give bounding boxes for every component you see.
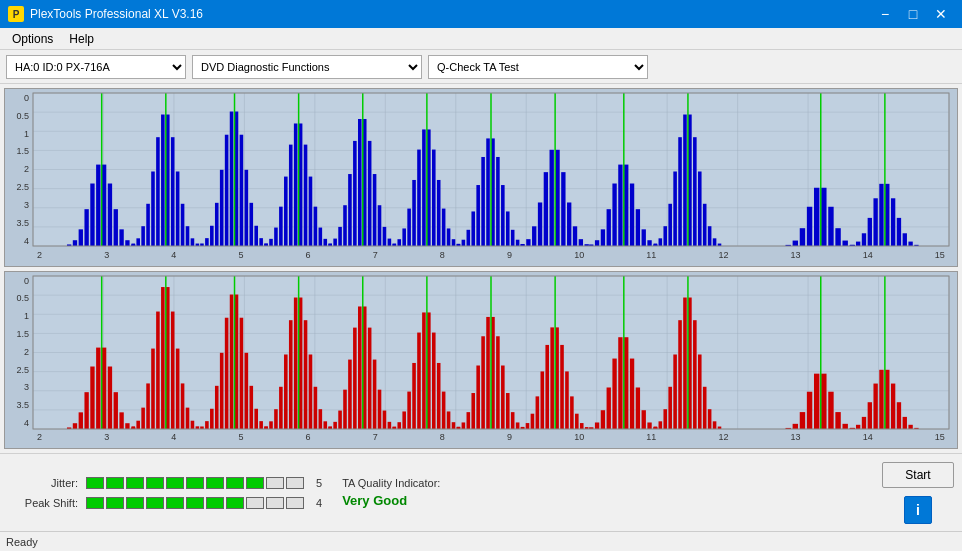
led-segment <box>206 497 224 509</box>
chart-top-x-axis: 2 3 4 5 6 7 8 9 10 11 12 13 14 15 <box>33 246 949 264</box>
jitter-label: Jitter: <box>8 477 78 489</box>
status-bar: Ready <box>0 531 962 551</box>
jitter-led-bar <box>86 477 304 489</box>
minimize-button[interactable]: − <box>872 4 898 24</box>
led-segment <box>246 477 264 489</box>
bottom-chart-canvas <box>5 272 957 449</box>
ta-section: TA Quality Indicator: Very Good <box>342 477 440 508</box>
info-button[interactable]: i <box>904 496 932 524</box>
app-icon: P <box>8 6 24 22</box>
peak-shift-row: Peak Shift: 4 <box>8 497 322 509</box>
led-segment <box>186 497 204 509</box>
led-segment <box>166 477 184 489</box>
led-segment <box>206 477 224 489</box>
led-segment <box>126 477 144 489</box>
led-segment <box>166 497 184 509</box>
test-select[interactable]: Q-Check TA Test <box>428 55 648 79</box>
led-segment <box>186 477 204 489</box>
window-controls: − □ ✕ <box>872 4 954 24</box>
top-chart-canvas <box>5 89 957 266</box>
start-button[interactable]: Start <box>882 462 954 488</box>
led-segment <box>106 497 124 509</box>
main-content: 4 3.5 3 2.5 2 1.5 1 0.5 0 2 3 4 5 6 7 8 … <box>0 84 962 453</box>
ta-quality-label: TA Quality Indicator: <box>342 477 440 489</box>
peak-shift-led-bar <box>86 497 304 509</box>
led-segment <box>266 477 284 489</box>
restore-button[interactable]: □ <box>900 4 926 24</box>
drive-select[interactable]: HA:0 ID:0 PX-716A <box>6 55 186 79</box>
title-bar: P PlexTools Professional XL V3.16 − □ ✕ <box>0 0 962 28</box>
led-segment <box>246 497 264 509</box>
led-segment <box>266 497 284 509</box>
led-segment <box>86 497 104 509</box>
jitter-value: 5 <box>316 477 322 489</box>
led-segment <box>86 477 104 489</box>
led-segment <box>286 497 304 509</box>
jitter-row: Jitter: 5 <box>8 477 322 489</box>
menu-options[interactable]: Options <box>4 30 61 48</box>
close-button[interactable]: ✕ <box>928 4 954 24</box>
toolbar: HA:0 ID:0 PX-716A DVD Diagnostic Functio… <box>0 50 962 84</box>
led-segment <box>126 497 144 509</box>
led-segment <box>226 497 244 509</box>
ta-quality-value: Very Good <box>342 493 407 508</box>
chart-top: 4 3.5 3 2.5 2 1.5 1 0.5 0 2 3 4 5 6 7 8 … <box>4 88 958 267</box>
peak-shift-value: 4 <box>316 497 322 509</box>
led-segment <box>106 477 124 489</box>
menu-help[interactable]: Help <box>61 30 102 48</box>
metrics-section: Jitter: 5 Peak Shift: 4 <box>8 477 322 509</box>
chart-bottom-x-axis: 2 3 4 5 6 7 8 9 10 11 12 13 14 15 <box>33 428 949 446</box>
led-segment <box>146 497 164 509</box>
led-segment <box>146 477 164 489</box>
status-text: Ready <box>6 536 38 548</box>
window-title: PlexTools Professional XL V3.16 <box>30 7 872 21</box>
start-section: Start i <box>882 462 954 524</box>
peak-shift-label: Peak Shift: <box>8 497 78 509</box>
function-select[interactable]: DVD Diagnostic Functions <box>192 55 422 79</box>
chart-bottom: 4 3.5 3 2.5 2 1.5 1 0.5 0 2 3 4 5 6 7 8 … <box>4 271 958 450</box>
bottom-panel: Jitter: 5 Peak Shift: 4 TA Quality Indic… <box>0 453 962 531</box>
led-segment <box>286 477 304 489</box>
led-segment <box>226 477 244 489</box>
menu-bar: Options Help <box>0 28 962 50</box>
